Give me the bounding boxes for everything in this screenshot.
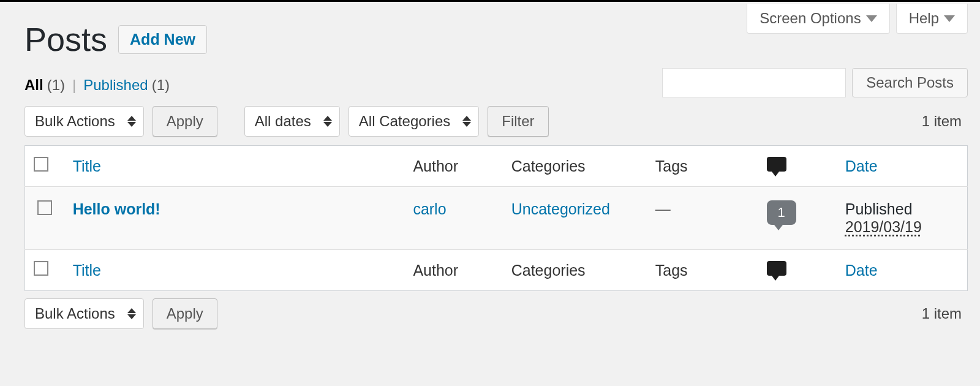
col-comments-footer [758,250,837,291]
comment-count-bubble[interactable]: 1 [767,200,796,225]
date-filter-label: All dates [255,113,311,130]
add-new-button[interactable]: Add New [118,25,207,54]
posts-table: Title Author Categories Tags Date Hello … [24,145,968,291]
tablenav-top: Bulk Actions Apply All dates All Categor… [24,106,968,137]
col-date[interactable]: Date [837,146,968,187]
tablenav-bottom: Bulk Actions Apply 1 item [24,298,968,329]
col-title-footer[interactable]: Title [64,250,405,291]
row-tags: — [655,200,671,218]
search-row: Search Posts [662,68,968,97]
row-title-link[interactable]: Hello world! [73,200,160,218]
bulk-actions-label: Bulk Actions [35,113,115,130]
row-author-link[interactable]: carlo [413,200,446,218]
row-category-link[interactable]: Uncategorized [511,200,610,218]
col-date-footer[interactable]: Date [837,250,968,291]
search-posts-button[interactable]: Search Posts [852,68,968,97]
col-comments [758,146,837,187]
comment-icon [767,261,786,276]
date-filter-select[interactable]: All dates [244,106,340,137]
col-author-footer: Author [404,250,502,291]
help-tab[interactable]: Help [896,4,968,34]
screen-options-tab[interactable]: Screen Options [747,4,889,34]
filter-published-count: (1) [152,77,170,94]
select-all-checkbox[interactable] [34,157,48,172]
col-categories: Categories [503,146,647,187]
row-status: Published [845,200,959,218]
filter-published[interactable]: Published [83,77,148,94]
screen-options-label: Screen Options [760,10,861,27]
caret-down-icon [944,15,955,22]
select-all-checkbox-footer[interactable] [34,261,48,276]
bulk-actions-label-bottom: Bulk Actions [35,305,115,322]
bulk-actions-select-bottom[interactable]: Bulk Actions [24,298,144,329]
category-filter-select[interactable]: All Categories [349,106,479,137]
search-input[interactable] [662,68,846,97]
item-count-top: 1 item [922,113,968,130]
page-title: Posts [24,20,107,58]
help-label: Help [909,10,939,27]
table-row: Hello world! carlo Uncategorized — 1 Pub… [25,187,968,250]
row-date: 2019/03/19 [845,218,959,236]
comment-icon [767,157,786,172]
caret-down-icon [866,15,877,22]
item-count-bottom: 1 item [922,305,968,322]
filter-all[interactable]: All [24,77,43,94]
filter-all-count: (1) [47,77,65,94]
col-author: Author [404,146,502,187]
filter-pipe: | [69,77,80,94]
row-checkbox[interactable] [37,200,52,215]
col-title[interactable]: Title [64,146,405,187]
select-arrows-icon [323,116,332,127]
select-arrows-icon [127,116,136,127]
screen-meta: Screen Options Help [747,4,968,34]
bulk-actions-select[interactable]: Bulk Actions [24,106,144,137]
select-arrows-icon [462,116,471,127]
col-tags-footer: Tags [647,250,758,291]
apply-button[interactable]: Apply [153,106,217,137]
filter-button[interactable]: Filter [488,106,548,137]
col-tags: Tags [647,146,758,187]
category-filter-label: All Categories [359,113,450,130]
apply-button-bottom[interactable]: Apply [153,298,217,329]
select-arrows-icon [127,308,136,319]
col-categories-footer: Categories [503,250,647,291]
